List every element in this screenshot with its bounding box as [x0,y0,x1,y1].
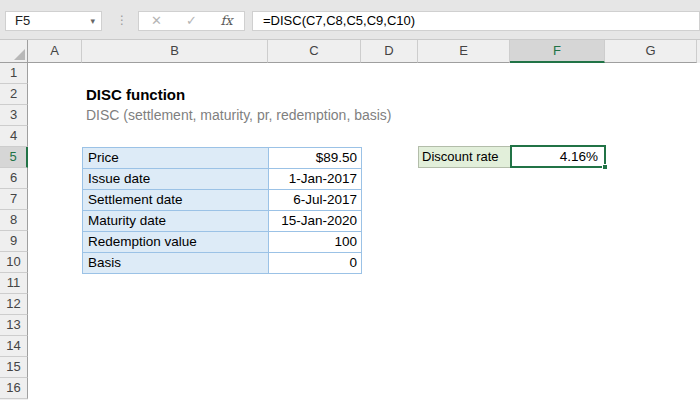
row-header-14[interactable]: 14 [0,336,28,357]
formula-bar-drag-dots-icon: ⋮ [116,11,128,31]
row-header-column: 1 2 3 4 5 6 7 8 9 10 11 12 13 14 15 16 [0,63,28,400]
cell-c10-value[interactable]: 0 [269,253,362,274]
column-header-c[interactable]: C [268,40,361,63]
cell-c9-value[interactable]: 100 [269,232,362,253]
cell-b8-label[interactable]: Maturity date [83,211,269,232]
name-box-value: F5 [15,13,30,28]
cell-c6-value[interactable]: 1-Jan-2017 [269,169,362,190]
row-header-4[interactable]: 4 [0,126,28,147]
row-header-2[interactable]: 2 [0,84,28,105]
row-header-1[interactable]: 1 [0,63,28,84]
row-header-16[interactable]: 16 [0,378,28,399]
cell-b9-label[interactable]: Redemption value [83,232,269,253]
cell-c7-value[interactable]: 6-Jul-2017 [269,190,362,211]
cell-b10-label[interactable]: Basis [83,253,269,274]
column-header-b[interactable]: B [82,40,268,63]
cell-b5-label[interactable]: Price [83,148,269,169]
select-all-triangle-icon [14,49,25,60]
row-header-5-selected[interactable]: 5 [0,147,28,168]
excel-window: F5 ▾ ⋮ ✕ ✓ fx =DISC(C7,C8,C5,C9,C10) A B… [0,0,700,400]
name-box[interactable]: F5 ▾ [5,11,102,31]
name-box-dropdown-icon[interactable]: ▾ [90,12,95,30]
row-header-10[interactable]: 10 [0,252,28,273]
selected-cell-f5[interactable]: 4.16% [510,145,606,168]
row-header-11[interactable]: 11 [0,273,28,294]
row-header-9[interactable]: 9 [0,231,28,252]
formula-button-group: ✕ ✓ fx [138,11,245,31]
table-row: Price $89.50 [83,148,362,169]
row-header-15[interactable]: 15 [0,357,28,378]
row-header-13[interactable]: 13 [0,315,28,336]
select-all-button[interactable] [0,40,28,63]
result-value: 4.16% [560,149,598,164]
cell-c8-value[interactable]: 15-Jan-2020 [269,211,362,232]
column-header-f-selected[interactable]: F [510,40,605,63]
column-header-e[interactable]: E [418,40,510,63]
insert-function-icon[interactable]: fx [209,12,244,30]
table-row: Basis 0 [83,253,362,274]
table-row: Maturity date 15-Jan-2020 [83,211,362,232]
row-header-12[interactable]: 12 [0,294,28,315]
result-label-cell-e5[interactable]: Discount rate [418,146,511,168]
table-row: Issue date 1-Jan-2017 [83,169,362,190]
fill-handle[interactable] [602,164,608,170]
table-row: Redemption value 100 [83,232,362,253]
enter-icon[interactable]: ✓ [174,12,209,30]
formula-bar-chrome: F5 ▾ ⋮ ✕ ✓ fx =DISC(C7,C8,C5,C9,C10) [0,0,700,40]
row-header-8[interactable]: 8 [0,210,28,231]
row-header-7[interactable]: 7 [0,189,28,210]
cancel-icon[interactable]: ✕ [139,12,174,30]
cell-c5-value[interactable]: $89.50 [269,148,362,169]
column-header-g[interactable]: G [605,40,697,63]
formula-input[interactable]: =DISC(C7,C8,C5,C9,C10) [252,11,700,31]
row-header-3[interactable]: 3 [0,105,28,126]
table-row: Settlement date 6-Jul-2017 [83,190,362,211]
row-header-6[interactable]: 6 [0,168,28,189]
column-header-row: A B C D E F G [0,40,700,63]
input-table: Price $89.50 Issue date 1-Jan-2017 Settl… [82,147,362,274]
cell-b6-label[interactable]: Issue date [83,169,269,190]
column-header-d[interactable]: D [361,40,418,63]
sheet-subtitle-cell[interactable]: DISC (settlement, maturity, pr, redempti… [86,105,392,126]
sheet-title-cell[interactable]: DISC function [86,84,185,105]
cell-b7-label[interactable]: Settlement date [83,190,269,211]
column-header-a[interactable]: A [28,40,82,63]
